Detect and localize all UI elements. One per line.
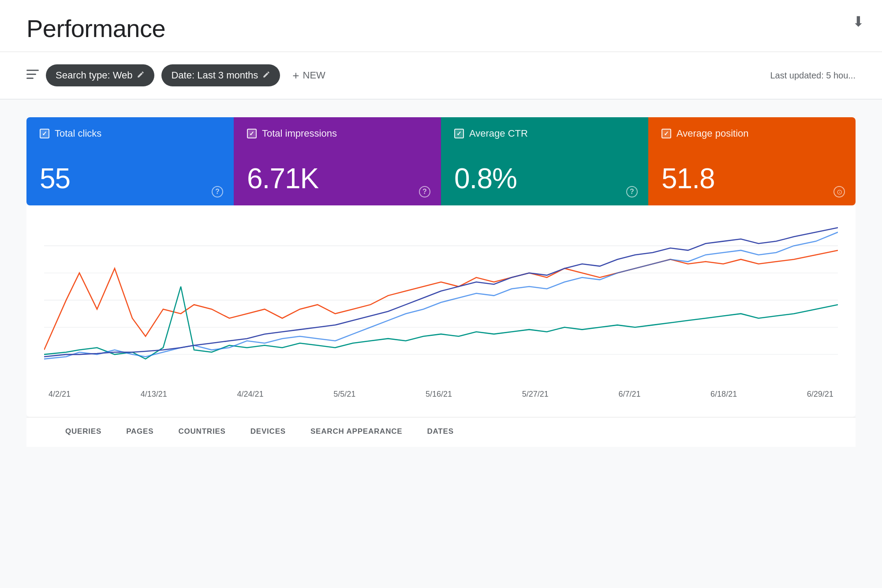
main-content: Total clicks 55 ? Total impressions 6.71… [0, 100, 882, 588]
clicks-value: 55 [40, 162, 220, 195]
x-label-2: 4/13/21 [141, 390, 167, 399]
svg-rect-2 [26, 78, 34, 79]
download-icon[interactable]: ⬇ [852, 14, 864, 30]
plus-icon: + [292, 69, 299, 82]
x-label-1: 4/2/21 [49, 390, 71, 399]
date-range-edit-icon [262, 71, 270, 81]
date-range-chip[interactable]: Date: Last 3 months [161, 64, 280, 86]
tab-queries[interactable]: QUERIES [53, 417, 114, 447]
search-type-label: Search type: Web [56, 70, 132, 81]
position-header: Average position [662, 128, 842, 139]
x-label-8: 6/18/21 [710, 390, 737, 399]
clicks-header: Total clicks [40, 128, 220, 139]
x-label-6: 5/27/21 [522, 390, 549, 399]
header: Performance ⬇ [0, 0, 882, 52]
svg-rect-1 [26, 74, 36, 75]
clicks-help-icon[interactable]: ? [212, 186, 223, 197]
search-type-chip[interactable]: Search type: Web [46, 64, 154, 86]
position-label: Average position [676, 128, 749, 139]
ctr-checkbox[interactable] [454, 129, 464, 138]
impressions-value: 6.71K [247, 162, 428, 195]
impressions-label: Total impressions [262, 128, 337, 139]
metrics-row: Total clicks 55 ? Total impressions 6.71… [26, 117, 856, 205]
ctr-label: Average CTR [469, 128, 528, 139]
impressions-help-icon[interactable]: ? [419, 186, 430, 197]
x-label-3: 4/24/21 [237, 390, 263, 399]
header-actions: ⬇ [852, 13, 864, 30]
position-checkbox[interactable] [662, 129, 671, 138]
impressions-header: Total impressions [247, 128, 428, 139]
tabs-row: QUERIES PAGES COUNTRIES DEVICES SEARCH A… [26, 417, 856, 447]
chart-container: 4/2/21 4/13/21 4/24/21 5/5/21 5/16/21 5/… [26, 205, 856, 417]
x-label-4: 5/5/21 [333, 390, 355, 399]
new-filter-label: NEW [303, 70, 325, 81]
clicks-label: Total clicks [55, 128, 101, 139]
metric-card-position[interactable]: Average position 51.8 ⊙ [648, 117, 856, 205]
metric-card-ctr[interactable]: Average CTR 0.8% ? [441, 117, 648, 205]
new-filter-button[interactable]: + NEW [287, 65, 331, 86]
tab-search-appearance[interactable]: SEARCH APPEARANCE [298, 417, 415, 447]
x-axis-labels: 4/2/21 4/13/21 4/24/21 5/5/21 5/16/21 5/… [44, 390, 838, 399]
tab-countries[interactable]: COUNTRIES [166, 417, 238, 447]
position-footer: ⊙ [833, 186, 845, 197]
filter-bar: Search type: Web Date: Last 3 months + N… [0, 52, 882, 100]
x-label-7: 6/7/21 [618, 390, 640, 399]
search-type-edit-icon [137, 71, 145, 81]
tab-dates[interactable]: DATES [415, 417, 466, 447]
tab-devices[interactable]: DEVICES [238, 417, 298, 447]
ctr-value: 0.8% [454, 162, 635, 195]
filter-icon[interactable] [26, 68, 39, 82]
impressions-checkbox[interactable] [247, 129, 257, 138]
ctr-footer: ? [626, 186, 638, 197]
clicks-footer: ? [212, 186, 223, 197]
x-label-9: 6/29/21 [807, 390, 833, 399]
page-title: Performance [26, 14, 856, 43]
metric-card-impressions[interactable]: Total impressions 6.71K ? [234, 117, 441, 205]
metric-card-clicks[interactable]: Total clicks 55 ? [26, 117, 234, 205]
performance-chart [44, 219, 838, 386]
svg-rect-0 [26, 70, 39, 71]
date-range-label: Date: Last 3 months [171, 70, 258, 81]
impressions-footer: ? [419, 186, 430, 197]
page-container: Performance ⬇ Search type: Web Date: Las… [0, 0, 882, 588]
clicks-checkbox[interactable] [40, 129, 49, 138]
position-value: 51.8 [662, 162, 842, 195]
ctr-help-icon[interactable]: ? [626, 186, 638, 197]
x-label-5: 5/16/21 [426, 390, 452, 399]
position-help-icon[interactable]: ⊙ [833, 186, 845, 197]
tab-pages[interactable]: PAGES [114, 417, 166, 447]
last-updated: Last updated: 5 hou... [770, 71, 856, 81]
ctr-header: Average CTR [454, 128, 635, 139]
